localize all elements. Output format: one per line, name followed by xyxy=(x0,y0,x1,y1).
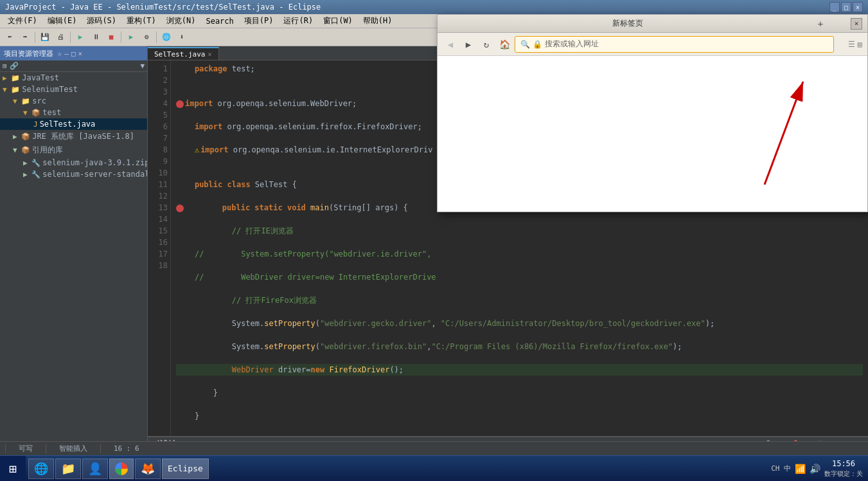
tree-seleniumtest[interactable]: ▼ 📁 SeleniumTest xyxy=(0,84,147,95)
taskbar-chrome[interactable] xyxy=(109,458,134,479)
tree-selenium-server[interactable]: ▶ 🔧 selenium-server-standalo... xyxy=(0,168,147,180)
url-placeholder: 搜索或输入网址 xyxy=(545,39,828,50)
toolbar-debug-run[interactable]: ▶ xyxy=(73,30,87,44)
jre-icon: ▶ 📦 xyxy=(13,132,30,141)
windows-logo: ⊞ xyxy=(9,461,17,476)
tree-src[interactable]: ▼ 📁 src xyxy=(0,95,147,107)
tree-menu-btn[interactable]: ▼ xyxy=(140,62,145,70)
project-explorer-title: 项目资源管理器 ☆ xyxy=(4,49,62,59)
eclipse-label: Eclipse xyxy=(168,464,203,473)
taskbar-items: 🌐 📁 👤 🦊 Eclipse xyxy=(26,458,766,479)
tab-close-icon[interactable]: × xyxy=(208,51,211,58)
selenium-server-label: selenium-server-standalo... xyxy=(42,170,147,179)
search-icon: 🔍 xyxy=(520,40,530,49)
status-sep-3 xyxy=(100,444,101,453)
ie-icon: 🌐 xyxy=(34,462,48,475)
status-insert: 智能插入 xyxy=(57,444,90,453)
tree-test[interactable]: ▼ 📦 test xyxy=(0,107,147,118)
selenium-java-icon: ▶ 🔧 xyxy=(23,159,40,167)
browser-close-button[interactable]: × xyxy=(851,18,862,30)
tree-libs[interactable]: ▼ 📦 引用的库 xyxy=(0,143,147,157)
window-controls[interactable]: _ □ × xyxy=(829,2,863,12)
toolbar-debug-pause[interactable]: ⏸ xyxy=(89,30,103,44)
toolbar-btn-1[interactable]: ⬅ xyxy=(3,30,17,44)
close-button[interactable]: × xyxy=(853,2,863,12)
bookmarks-icon[interactable]: ☰ xyxy=(848,40,855,49)
toolbar-run[interactable]: ▶ xyxy=(124,30,138,44)
tray-clock[interactable]: 15:56 数字锁定：关 xyxy=(824,459,863,478)
browser-forward-button[interactable]: ▶ xyxy=(461,37,476,52)
browser-window: 新标签页 + × ◀ ▶ ↻ 🏠 🔍 🔒 搜索或输入网址 ☰ ▤ xyxy=(437,14,868,212)
toolbar-sep-3 xyxy=(121,32,121,43)
seltest-label: SelTest.java xyxy=(40,120,96,129)
tree-selenium-java[interactable]: ▶ 🔧 selenium-java-3.9.1.zip -J... xyxy=(0,157,147,168)
taskbar-firefox[interactable]: 🦊 xyxy=(135,458,161,479)
toolbar-ext2[interactable]: 🌐 xyxy=(159,30,173,44)
test-label: test xyxy=(42,108,61,117)
tree-seltest[interactable]: J SelTest.java xyxy=(0,118,147,130)
taskbar-explorer[interactable]: 📁 xyxy=(55,458,81,479)
tree-jre[interactable]: ▶ 📦 JRE 系统库 [JavaSE-1.8] xyxy=(0,130,147,143)
toolbar-sep-1 xyxy=(35,32,35,43)
start-button[interactable]: ⊞ xyxy=(0,456,26,482)
taskbar-ie[interactable]: 🌐 xyxy=(28,458,54,479)
status-writable: 可写 xyxy=(16,444,35,453)
tray-lang: CH 中 xyxy=(771,464,791,473)
libs-label: 引用的库 xyxy=(32,145,63,156)
project-tree: ⊞ 🔗 ▼ ▶ 📁 JavaTest ▼ 📁 SeleniumTest ▼ 📁 … xyxy=(0,60,147,467)
menu-project[interactable]: 项目(P) xyxy=(239,14,279,28)
red-arrow-annotation xyxy=(700,69,829,197)
panel-close-icon[interactable]: × xyxy=(78,50,83,58)
menu-run[interactable]: 运行(R) xyxy=(278,14,318,28)
menu-file[interactable]: 文件(F) xyxy=(3,14,42,28)
menu-source[interactable]: 源码(S) xyxy=(82,14,121,28)
title-bar: JavaProject - Java EE - SeleniumTest/src… xyxy=(0,0,868,14)
menu-help[interactable]: 帮助(H) xyxy=(358,14,398,28)
browser-content xyxy=(438,56,867,212)
chrome-icon xyxy=(115,462,128,475)
browser-home-button[interactable]: 🏠 xyxy=(497,37,512,52)
maximize-button[interactable]: □ xyxy=(841,2,851,12)
sidebar-icon[interactable]: ▤ xyxy=(858,40,862,49)
panel-minimize-icon[interactable]: — xyxy=(64,50,69,58)
menu-window[interactable]: 窗口(W) xyxy=(318,14,358,28)
menu-edit[interactable]: 编辑(E) xyxy=(42,14,82,28)
browser-refresh-button[interactable]: ↻ xyxy=(479,37,494,52)
browser-bookmarks: ☰ ▤ xyxy=(837,40,862,49)
tree-javatest[interactable]: ▶ 📁 JavaTest xyxy=(0,72,147,84)
toolbar-sep-4 xyxy=(156,32,157,43)
toolbar-print[interactable]: 🖨 xyxy=(53,30,67,44)
toolbar-ext3[interactable]: ⬇ xyxy=(175,30,189,44)
menu-navigate[interactable]: 浏览(N) xyxy=(161,14,201,28)
taskbar-tray: CH 中 📶 🔊 15:56 数字锁定：关 xyxy=(766,459,868,478)
firefox-icon: 🦊 xyxy=(141,462,155,475)
editor-tab-label: SelTest.java xyxy=(154,50,205,59)
url-bar[interactable]: 🔍 🔒 搜索或输入网址 xyxy=(515,36,834,53)
svg-line-1 xyxy=(765,82,803,185)
panel-maximize-icon[interactable]: □ xyxy=(71,50,76,58)
menu-search[interactable]: Search xyxy=(200,15,238,27)
selenium-server-icon: ▶ 🔧 xyxy=(23,170,40,179)
browser-title-bar: 新标签页 + × xyxy=(438,15,867,33)
toolbar-save[interactable]: 💾 xyxy=(38,30,52,44)
editor-tab-seltest[interactable]: SelTest.java × xyxy=(148,47,219,60)
menu-refactor[interactable]: 重构(T) xyxy=(121,14,161,28)
tree-collapse-btn[interactable]: ⊞ xyxy=(3,62,7,70)
taskbar-user[interactable]: 👤 xyxy=(82,458,108,479)
libs-icon: ▼ 📦 xyxy=(13,146,30,154)
minimize-button[interactable]: _ xyxy=(829,2,840,12)
seleniumtest-icon: ▼ 📁 xyxy=(3,86,20,94)
status-position: 16 : 6 xyxy=(111,444,142,453)
browser-back-button[interactable]: ◀ xyxy=(443,37,458,52)
browser-nav-bar: ◀ ▶ ↻ 🏠 🔍 🔒 搜索或输入网址 ☰ ▤ xyxy=(438,33,867,56)
browser-title-text: 新标签页 xyxy=(443,18,812,29)
browser-new-tab-button[interactable]: + xyxy=(815,18,826,30)
explorer-icon: 📁 xyxy=(61,462,75,475)
toolbar-ext1[interactable]: ⚙ xyxy=(139,30,154,44)
tree-link-btn[interactable]: 🔗 xyxy=(10,62,19,70)
tray-caps-text: 数字锁定：关 xyxy=(824,469,863,478)
taskbar-eclipse[interactable]: Eclipse xyxy=(162,458,209,479)
javatest-label: JavaTest xyxy=(22,73,59,82)
toolbar-btn-2[interactable]: ➡ xyxy=(18,30,32,44)
toolbar-debug-stop[interactable]: ■ xyxy=(104,30,118,44)
